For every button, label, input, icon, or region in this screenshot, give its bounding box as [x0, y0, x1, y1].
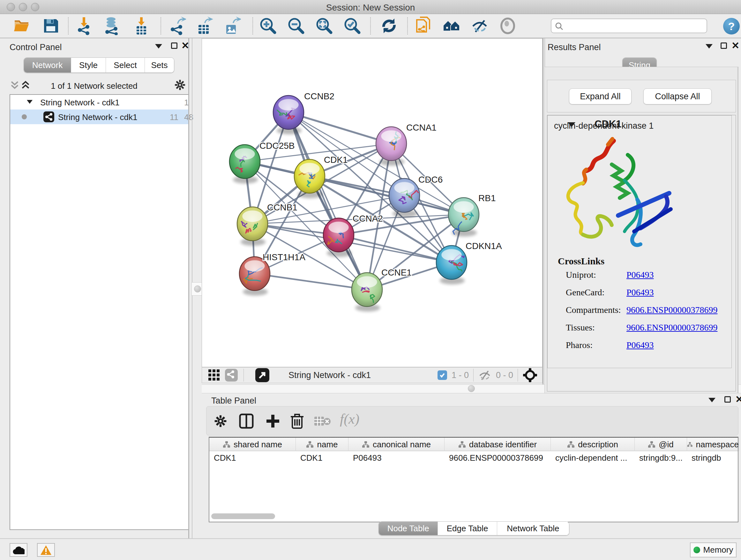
- node-label-CDC6: CDC6: [418, 175, 443, 185]
- node-label-RB1: RB1: [478, 193, 495, 203]
- network-row-selected[interactable]: String Network - cdk1 11 48: [10, 110, 188, 124]
- toolbar-separator: [370, 17, 371, 35]
- table-panel-menu-icon[interactable]: [709, 398, 716, 402]
- node-CDC25B[interactable]: CDC25B: [229, 141, 294, 184]
- node-CCNE1[interactable]: CCNE1: [352, 267, 412, 312]
- column-header-namespace[interactable]: namespace: [687, 438, 739, 451]
- tab-style[interactable]: Style: [71, 58, 106, 72]
- import-network-icon[interactable]: [75, 17, 93, 35]
- node-HIST1H1A[interactable]: HIST1H1A: [239, 252, 306, 296]
- expand-all-button[interactable]: Expand All: [569, 88, 631, 105]
- cloud-button[interactable]: [10, 543, 27, 557]
- table-cell[interactable]: CDK1: [296, 451, 348, 464]
- tab-network-table[interactable]: Network Table: [497, 522, 569, 535]
- tab-sets[interactable]: Sets: [145, 58, 174, 72]
- collapse-all-button[interactable]: Collapse All: [643, 88, 712, 105]
- results-panel-float-icon[interactable]: [721, 43, 727, 49]
- horizontal-splitter-handle[interactable]: [468, 385, 475, 392]
- zoom-out-icon[interactable]: [287, 17, 306, 35]
- network-share-view-icon[interactable]: [225, 369, 238, 381]
- birdseye-view-icon[interactable]: [255, 368, 269, 382]
- share-document-icon[interactable]: [415, 17, 433, 35]
- column-header--id[interactable]: @id: [635, 438, 687, 451]
- help-button[interactable]: ?: [723, 18, 740, 35]
- table-panel-close-icon[interactable]: ✕: [735, 396, 741, 403]
- table-panel-float-icon[interactable]: [724, 396, 731, 402]
- table-cell[interactable]: 9606.ENSP00000378699: [445, 451, 551, 464]
- network-options-gear-icon[interactable]: [174, 79, 186, 91]
- tab-edge-table[interactable]: Edge Table: [438, 522, 497, 535]
- crosslinks-title: CrossLinks: [558, 256, 604, 266]
- crosslink-link[interactable]: P06493: [626, 270, 654, 280]
- memory-button[interactable]: Memory: [690, 543, 737, 557]
- refresh-icon[interactable]: [380, 17, 398, 35]
- results-panel-menu-icon[interactable]: [705, 44, 713, 49]
- left-splitter[interactable]: [188, 38, 189, 538]
- columns-icon[interactable]: [239, 414, 254, 429]
- clear-table-icon[interactable]: [314, 416, 331, 427]
- import-database-icon[interactable]: [103, 17, 121, 35]
- memory-label: Memory: [703, 545, 733, 555]
- crosslink-link[interactable]: P06493: [626, 340, 654, 350]
- node-CCNB2[interactable]: CCNB2: [273, 91, 334, 134]
- crosslink-link[interactable]: 9606.ENSP00000378699: [626, 322, 718, 332]
- export-table-icon[interactable]: [195, 17, 213, 35]
- edge-CCNB2-CCNA1[interactable]: [288, 112, 391, 144]
- import-table-icon[interactable]: [132, 17, 151, 35]
- node-RB1[interactable]: RB1: [448, 193, 495, 237]
- column-header-database-identifier[interactable]: database identifier: [445, 438, 551, 451]
- column-header-name[interactable]: name: [296, 438, 348, 451]
- grid-view-icon[interactable]: [208, 369, 220, 381]
- crosslink-link[interactable]: P06493: [626, 287, 654, 297]
- function-builder-icon[interactable]: f(x): [340, 411, 359, 427]
- add-column-icon[interactable]: [265, 414, 280, 429]
- warning-button[interactable]: [37, 543, 55, 557]
- column-header-description[interactable]: description: [551, 438, 635, 451]
- node-table[interactable]: shared namenamecanonical namedatabase id…: [209, 437, 738, 522]
- column-header-canonical-name[interactable]: canonical name: [348, 438, 445, 451]
- network-canvas[interactable]: CCNB2CCNA1CDC25BCDK1CDC6RB1CCNB1CCNA2CDK…: [202, 38, 542, 367]
- string-network-graph[interactable]: CCNB2CCNA1CDC25BCDK1CDC6RB1CCNB1CCNA2CDK…: [202, 39, 542, 367]
- export-network-icon[interactable]: [167, 17, 186, 35]
- string-results-buttons: Expand All Collapse All: [547, 80, 736, 112]
- delete-column-icon[interactable]: [290, 413, 304, 429]
- save-session-icon[interactable]: [42, 17, 60, 35]
- toolbar-separator: [68, 17, 69, 35]
- tab-select[interactable]: Select: [106, 58, 145, 72]
- eye-icon[interactable]: [498, 17, 517, 35]
- hierarchy-icon: [648, 441, 656, 448]
- edge-CCNB2-CCNE1[interactable]: [288, 112, 367, 290]
- node-label-CCNB2: CCNB2: [304, 91, 334, 101]
- control-panel-menu-icon[interactable]: [155, 44, 162, 49]
- hide-panel-eye-icon[interactable]: [470, 17, 489, 35]
- zoom-fit-icon[interactable]: [315, 17, 333, 35]
- results-panel-close-icon[interactable]: ✕: [731, 42, 739, 49]
- selected-checkbox-icon[interactable]: [437, 370, 447, 380]
- tab-node-table[interactable]: Node Table: [379, 522, 438, 535]
- search-input[interactable]: [551, 18, 707, 33]
- control-panel-float-icon[interactable]: [171, 43, 178, 49]
- table-cell[interactable]: cyclin-dependent ...: [551, 451, 635, 464]
- table-cell[interactable]: P06493: [348, 451, 445, 464]
- string-home-icon[interactable]: [442, 17, 461, 35]
- network-collection-row[interactable]: String Network - cdk1 1: [10, 95, 188, 110]
- table-cell[interactable]: CDK1: [209, 451, 296, 464]
- crosslink-link[interactable]: 9606.ENSP00000378699: [626, 305, 718, 315]
- table-horizontal-scrollbar[interactable]: [211, 513, 275, 519]
- node-CDKN1A[interactable]: CDKN1A: [436, 241, 502, 285]
- node-CCNA1[interactable]: CCNA1: [376, 123, 436, 166]
- table-cell[interactable]: stringdb: [687, 451, 739, 464]
- edge-HIST1H1A-CCNE1[interactable]: [255, 273, 367, 290]
- collection-expand-icon[interactable]: [27, 100, 32, 104]
- zoom-selected-icon[interactable]: [343, 17, 361, 35]
- column-header-shared-name[interactable]: shared name: [209, 438, 296, 451]
- export-image-icon[interactable]: [222, 17, 241, 35]
- table-settings-icon[interactable]: [213, 414, 227, 428]
- zoom-in-icon[interactable]: [259, 17, 277, 35]
- right-splitter[interactable]: [542, 38, 543, 384]
- tab-network[interactable]: Network: [24, 58, 71, 72]
- fit-content-crosshair-icon[interactable]: [522, 368, 538, 383]
- table-cell[interactable]: stringdb:9...: [635, 451, 687, 464]
- node-CCNB1[interactable]: CCNB1: [237, 202, 297, 246]
- open-session-icon[interactable]: [13, 17, 31, 35]
